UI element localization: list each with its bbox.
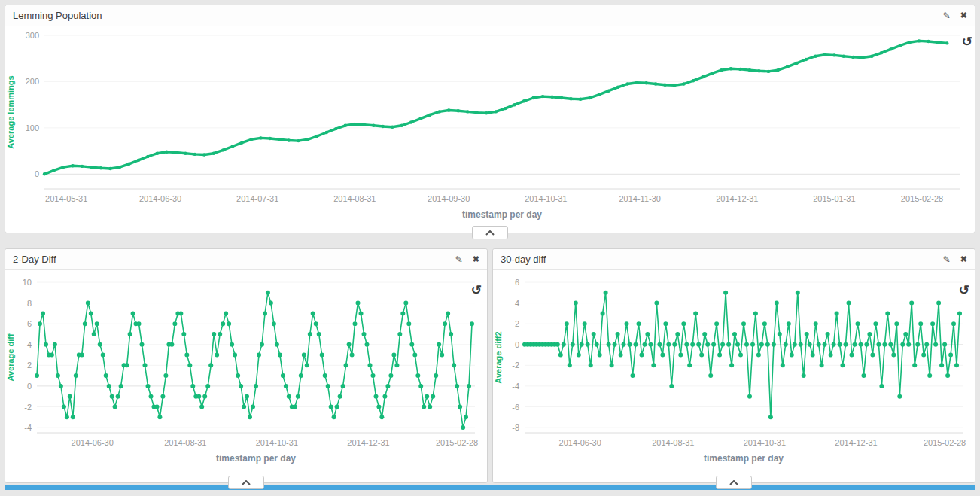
data-point — [320, 353, 324, 358]
close-panel-icon[interactable]: ✖ — [960, 255, 967, 263]
data-point — [607, 90, 610, 93]
zoom-out-history-icon[interactable]: ↺ — [962, 35, 972, 48]
data-point — [108, 167, 111, 170]
data-point — [338, 394, 342, 399]
thirty-day-diff-chart: 6420-2-4-6-82014-06-302014-08-312014-10-… — [493, 270, 972, 481]
data-point — [359, 311, 364, 315]
data-point — [832, 53, 835, 56]
data-point — [208, 363, 213, 367]
data-point — [62, 166, 65, 169]
data-point — [711, 72, 714, 75]
data-point — [793, 342, 797, 347]
data-point — [415, 373, 420, 378]
panel-header: Lemming Population ✎ ✖ — [5, 5, 975, 26]
data-point — [376, 405, 381, 409]
data-point — [457, 109, 460, 112]
data-point — [56, 373, 60, 378]
data-point — [885, 311, 890, 315]
y-tick-label: 0 — [27, 382, 32, 391]
data-point — [762, 321, 767, 326]
collapse-row-button[interactable] — [472, 226, 508, 239]
panel-30-day-diff: 30-day diff ✎ ✖ ↺ 6420-2-4-6-82014-06-30… — [492, 248, 975, 483]
data-point — [580, 342, 584, 347]
data-point — [930, 321, 935, 326]
data-point — [795, 62, 798, 65]
x-tick-label: 2014-11-30 — [619, 194, 660, 203]
data-point — [889, 47, 892, 50]
y-tick-label: 300 — [26, 31, 39, 40]
data-point — [224, 311, 228, 315]
data-point — [835, 311, 839, 315]
data-point — [672, 342, 677, 347]
edit-pencil-icon[interactable]: ✎ — [455, 255, 463, 264]
data-point — [400, 124, 403, 127]
data-point — [157, 415, 162, 419]
data-point — [753, 311, 758, 315]
data-point — [583, 321, 587, 326]
edit-pencil-icon[interactable]: ✎ — [943, 255, 951, 264]
data-point — [957, 311, 962, 315]
y-tick-label: -2 — [512, 361, 519, 370]
data-point — [269, 137, 272, 140]
chart-area: ↺ 6420-2-4-6-82014-06-302014-08-312014-1… — [493, 270, 975, 481]
data-point — [726, 342, 731, 347]
data-point — [555, 342, 560, 347]
close-panel-icon[interactable]: ✖ — [960, 11, 967, 20]
data-point — [675, 332, 680, 336]
data-point — [391, 126, 394, 129]
panel-actions: ✎ ✖ — [455, 255, 479, 264]
data-point — [470, 321, 474, 326]
data-point — [870, 353, 875, 358]
close-panel-icon[interactable]: ✖ — [473, 255, 479, 263]
data-point — [485, 111, 488, 114]
data-point — [776, 68, 779, 72]
x-tick-label: 2015-01-31 — [813, 194, 855, 203]
data-point — [458, 405, 462, 409]
data-point — [882, 342, 887, 347]
data-point — [447, 108, 450, 111]
data-point — [562, 342, 566, 347]
data-point — [263, 311, 267, 315]
data-point — [43, 172, 46, 175]
data-point — [163, 373, 168, 378]
data-point — [673, 84, 676, 87]
panel-header: 30-day diff ✎ ✖ — [493, 249, 975, 270]
data-point — [59, 384, 63, 388]
row-add-bar[interactable] — [5, 485, 975, 490]
data-point — [461, 425, 465, 430]
data-point — [434, 373, 438, 378]
data-point — [601, 311, 605, 315]
data-point — [35, 373, 39, 378]
data-point — [113, 405, 117, 409]
data-point — [853, 342, 857, 347]
panel-actions: ✎ ✖ — [943, 255, 967, 264]
data-point — [906, 342, 911, 347]
data-point — [347, 342, 352, 347]
data-point — [363, 123, 366, 126]
data-point — [927, 40, 930, 43]
data-point — [344, 363, 348, 367]
y-tick-label: 200 — [26, 77, 39, 86]
data-point — [936, 41, 939, 44]
data-point — [799, 342, 803, 347]
zoom-out-history-icon[interactable]: ↺ — [471, 284, 482, 297]
data-point — [531, 96, 534, 99]
data-point — [155, 405, 160, 409]
chevron-up-icon — [729, 480, 738, 485]
data-point — [356, 301, 361, 306]
data-point — [586, 342, 590, 347]
data-point — [248, 415, 252, 419]
data-point — [438, 110, 441, 113]
data-point — [418, 384, 423, 388]
data-point — [861, 56, 864, 59]
collapse-row-button[interactable] — [716, 476, 752, 489]
data-point — [637, 321, 641, 326]
collapse-row-button[interactable] — [228, 476, 264, 489]
zoom-out-history-icon[interactable]: ↺ — [959, 284, 969, 297]
panel-2-day-diff: 2-Day Diff ✎ ✖ ↺ 1086420-2-42014-06-3020… — [5, 248, 488, 483]
y-tick-label: 8 — [27, 299, 32, 308]
x-tick-label: 2015-02-28 — [924, 438, 966, 447]
edit-pencil-icon[interactable]: ✎ — [943, 11, 951, 20]
y-tick-label: -8 — [512, 423, 519, 432]
data-point — [732, 332, 737, 336]
